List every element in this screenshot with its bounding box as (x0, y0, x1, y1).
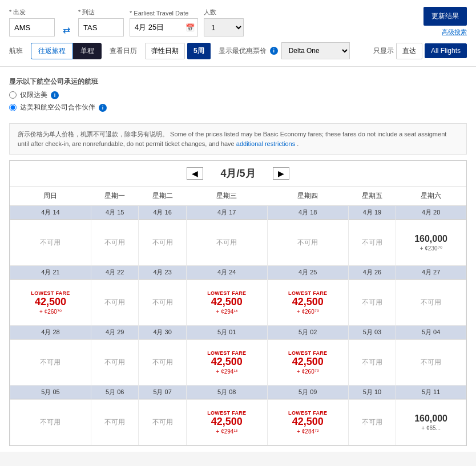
date-header-cell: 4月 21 (10, 266, 91, 280)
fare-cell: 不可用 (91, 400, 138, 445)
fare-cell[interactable]: 160,000+ ¢65... (396, 400, 466, 445)
fare-cell: 不可用 (186, 220, 267, 266)
calendar-title: 4月/5月 (220, 167, 255, 180)
fare-cell: 不可用 (139, 340, 186, 386)
pax-label: 人数 (204, 8, 244, 17)
date-header-cell: 4月 29 (91, 326, 138, 340)
fare-cell: 不可用 (139, 400, 186, 445)
fare-cell: 不可用 (348, 280, 396, 326)
advanced-search-link[interactable]: 高级搜索 (442, 28, 467, 37)
delta-only-radio[interactable] (9, 91, 17, 99)
fare-cell: 不可用 (396, 280, 466, 326)
fare-cell: 不可用 (91, 340, 138, 386)
fare-cell: 不可用 (91, 220, 138, 266)
fare-cell: 不可用 (10, 340, 91, 386)
date-header-cell: 4月 19 (348, 206, 396, 220)
delta-only-label: 仅限达美 (20, 90, 47, 100)
date-header-cell: 4月 23 (139, 266, 186, 280)
delta-only-row: 仅限达美 i (9, 90, 467, 100)
fare-cell[interactable]: LOWEST FARE42,500+ ¢260⁷⁰ (267, 280, 348, 326)
delta-partners-label: 达美和航空公司合作伙伴 (20, 103, 95, 112)
date-header-cell: 4月 20 (396, 206, 466, 220)
flexible-dates-btn[interactable]: 弹性日期 (145, 43, 185, 59)
date-header-cell: 4月 22 (91, 266, 138, 280)
fare-cell: 不可用 (10, 400, 91, 445)
pax-group: 人数 1234 (204, 8, 244, 37)
fare-cell: 不可用 (10, 220, 91, 266)
fare-cell[interactable]: 160,000+ ¢230⁷⁰ (396, 220, 466, 266)
swap-button[interactable]: ⇄ (60, 25, 72, 35)
fare-cell[interactable]: LOWEST FARE42,500+ ¢294¹³ (186, 400, 267, 445)
date-header-cell: 5月 01 (186, 326, 267, 340)
pax-select[interactable]: 1234 (204, 18, 244, 37)
date-header-cell: 5月 04 (396, 326, 466, 340)
fare-cell[interactable]: LOWEST FARE42,500+ ¢260⁷⁰ (267, 340, 348, 386)
day-header-thu: 星期四 (267, 187, 348, 206)
delta-partners-radio[interactable] (9, 104, 17, 111)
date-header-cell: 4月 18 (267, 206, 348, 220)
5weeks-btn[interactable]: 5周 (187, 43, 211, 59)
fare-cell: 不可用 (396, 340, 466, 386)
fare-cell[interactable]: LOWEST FARE42,500+ ¢294¹³ (186, 340, 267, 386)
date-header-cell: 4月 30 (139, 326, 186, 340)
oneway-tab[interactable]: 单程 (73, 43, 102, 59)
date-header-cell: 5月 10 (348, 386, 396, 400)
date-label: * Earliest Travel Date (130, 10, 198, 17)
delta-info-icon[interactable]: i (51, 91, 59, 99)
main-content: 显示以下航空公司承运的航班 仅限达美 i 达美和航空公司合作伙伴 i 所示价格为… (0, 67, 476, 452)
date-header-cell: 5月 02 (267, 326, 348, 340)
calendar-grid: 周日 星期一 星期二 星期三 星期四 星期五 星期六 4月 144月 154月 … (10, 187, 466, 445)
arrival-input[interactable] (78, 18, 124, 37)
disclaimer-text3: . (297, 140, 298, 147)
date-header-cell: 5月 09 (267, 386, 348, 400)
only-show-group: 只显示 直达 All Flights (373, 43, 467, 59)
fare-cell: 不可用 (348, 340, 396, 386)
fare-cell: 不可用 (139, 280, 186, 326)
update-results-button[interactable]: 更新结果 (423, 7, 467, 26)
airline-section: 显示以下航空公司承运的航班 仅限达美 i 达美和航空公司合作伙伴 i (9, 72, 467, 117)
fare-select[interactable]: Delta OneEconomyBusinessFirst Class (281, 42, 350, 59)
date-header-cell: 5月 06 (91, 386, 138, 400)
top-actions: 更新结果 高级搜索 (423, 7, 467, 37)
arrival-group: * 到达 (78, 8, 124, 37)
day-header-sat: 星期六 (396, 187, 466, 206)
fare-cell: 不可用 (348, 220, 396, 266)
date-header-cell: 4月 28 (10, 326, 91, 340)
date-header-cell: 5月 03 (348, 326, 396, 340)
delta-partners-row: 达美和航空公司合作伙伴 i (9, 103, 467, 112)
fare-cell: 不可用 (139, 220, 186, 266)
calendar-icon: 📅 (185, 23, 195, 32)
date-header-cell: 5月 07 (139, 386, 186, 400)
disclaimer-link[interactable]: additional restrictions (236, 140, 295, 147)
roundtrip-tab[interactable]: 往返旅程 (31, 43, 73, 59)
fare-info-icon[interactable]: i (270, 47, 278, 55)
airline-section-title: 显示以下航空公司承运的航班 (9, 77, 467, 87)
partners-info-icon[interactable]: i (99, 104, 107, 112)
calendar-header: ◀ 4月/5月 ▶ (10, 161, 466, 187)
departure-label: * 出发 (9, 8, 55, 17)
date-header-cell: 4月 14 (10, 206, 91, 220)
fare-cell[interactable]: LOWEST FARE42,500+ ¢284⁷² (267, 400, 348, 445)
departure-group: * 出发 (9, 8, 55, 37)
fare-display-group: 显示最优惠票价 i Delta OneEconomyBusinessFirst … (219, 42, 350, 59)
prev-month-button[interactable]: ◀ (187, 167, 203, 180)
date-header-cell: 5月 08 (186, 386, 267, 400)
date-header-cell: 4月 27 (396, 266, 466, 280)
date-header-cell: 4月 17 (186, 206, 267, 220)
date-header-cell: 4月 15 (91, 206, 138, 220)
fare-cell: 不可用 (91, 280, 138, 326)
date-group: * Earliest Travel Date 📅 (130, 10, 198, 37)
direct-only-btn[interactable]: 直达 (396, 43, 422, 59)
fare-cell: 不可用 (267, 220, 348, 266)
calendar-view-label: 查看日历 (110, 46, 137, 56)
all-flights-btn[interactable]: All Flights (425, 43, 467, 58)
fare-cell: 不可用 (348, 400, 396, 445)
date-header-cell: 4月 16 (139, 206, 186, 220)
fare-cell[interactable]: LOWEST FARE42,500+ ¢260⁷⁰ (10, 280, 91, 326)
app-container: * 出发 ⇄ * 到达 * Earliest Travel Date 📅 人数 … (0, 0, 476, 452)
departure-input[interactable] (9, 18, 55, 37)
next-month-button[interactable]: ▶ (273, 167, 289, 180)
disclaimer-box: 所示价格为单人价格，机票不可退款，除非另有说明。 Some of the pri… (9, 123, 467, 155)
day-header-mon: 星期一 (91, 187, 138, 206)
fare-cell[interactable]: LOWEST FARE42,500+ ¢294¹³ (186, 280, 267, 326)
